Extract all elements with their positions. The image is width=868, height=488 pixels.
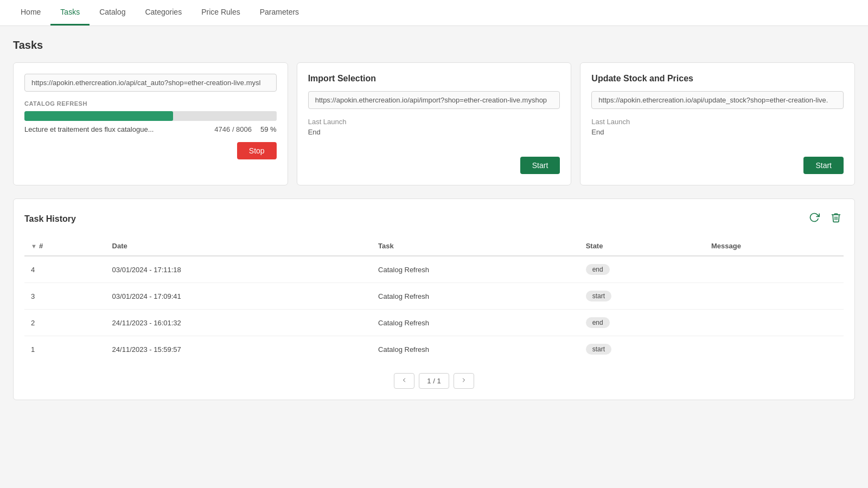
progress-pct: 59 % (260, 125, 277, 133)
th-message: Message (705, 236, 844, 256)
history-header: Task History (24, 210, 844, 228)
update-stock-url[interactable] (591, 91, 844, 109)
state-badge: end (586, 264, 610, 275)
cell-id: 2 (24, 310, 106, 336)
table-row: 2 24/11/2023 - 16:01:32 Catalog Refresh … (24, 310, 844, 336)
state-badge: start (586, 344, 611, 355)
delete-button[interactable] (828, 210, 844, 228)
update-start-btn-container: Start (591, 152, 844, 174)
pagination: 1 / 1 (24, 373, 844, 389)
cell-task: Catalog Refresh (372, 310, 579, 336)
import-start-btn-container: Start (308, 152, 560, 174)
table-row: 4 03/01/2024 - 17:11:18 Catalog Refresh … (24, 256, 844, 283)
prev-page-button[interactable] (394, 373, 414, 389)
cell-task: Catalog Refresh (372, 256, 579, 283)
nav-catalog[interactable]: Catalog (90, 0, 135, 25)
state-badge: end (586, 317, 610, 328)
cell-state: start (579, 336, 705, 363)
cell-message (705, 336, 844, 363)
cell-state: end (579, 310, 705, 336)
cell-state: end (579, 256, 705, 283)
nav-price-rules[interactable]: Price Rules (192, 0, 250, 25)
page-title: Tasks (13, 39, 855, 52)
import-start-button[interactable]: Start (520, 157, 560, 174)
import-selection-url[interactable] (308, 91, 560, 109)
update-last-launch-label: Last Launch (591, 118, 844, 126)
progress-text: Lecture et traitement des flux catalogue… (24, 125, 206, 133)
chevron-left-icon (401, 377, 407, 383)
refresh-icon (809, 212, 820, 223)
progress-bar-background (24, 111, 277, 121)
cell-task: Catalog Refresh (372, 283, 579, 310)
th-task: Task (372, 236, 579, 256)
progress-count: 4746 / 8006 (214, 125, 252, 133)
update-end-label: End (591, 128, 844, 136)
table-row: 1 24/11/2023 - 15:59:57 Catalog Refresh … (24, 336, 844, 363)
cell-date: 24/11/2023 - 16:01:32 (106, 310, 372, 336)
table-header-row: ▼ # Date Task State Message (24, 236, 844, 256)
update-stock-title: Update Stock and Prices (591, 74, 844, 84)
cell-date: 03/01/2024 - 17:09:41 (106, 283, 372, 310)
table-body: 4 03/01/2024 - 17:11:18 Catalog Refresh … (24, 256, 844, 362)
trash-icon (831, 212, 841, 223)
update-stock-card: Update Stock and Prices Last Launch End … (580, 62, 855, 185)
table-row: 3 03/01/2024 - 17:09:41 Catalog Refresh … (24, 283, 844, 310)
import-last-launch-label: Last Launch (308, 118, 560, 126)
navigation: Home Tasks Catalog Categories Price Rule… (0, 0, 868, 26)
th-date: Date (106, 236, 372, 256)
stop-btn-container: Stop (24, 133, 277, 159)
progress-info: Lecture et traitement des flux catalogue… (24, 125, 277, 133)
cell-task: Catalog Refresh (372, 336, 579, 363)
cell-message (705, 310, 844, 336)
catalog-refresh-section-label: CATALOG REFRESH (24, 100, 277, 107)
history-actions (807, 210, 844, 228)
history-title: Task History (24, 214, 76, 224)
chevron-right-icon (461, 377, 467, 383)
nav-home[interactable]: Home (11, 0, 50, 25)
nav-parameters[interactable]: Parameters (250, 0, 309, 25)
cell-state: start (579, 283, 705, 310)
refresh-button[interactable] (807, 210, 822, 228)
sort-icon: ▼ (31, 243, 37, 249)
stop-button[interactable]: Stop (237, 142, 277, 159)
import-end-label: End (308, 128, 560, 136)
catalog-refresh-card: CATALOG REFRESH Lecture et traitement de… (13, 62, 288, 185)
cell-message (705, 256, 844, 283)
state-badge: start (586, 291, 611, 301)
page-info: 1 / 1 (419, 373, 449, 389)
cell-message (705, 283, 844, 310)
cell-id: 4 (24, 256, 106, 283)
page-content: Tasks CATALOG REFRESH Lecture et traitem… (0, 26, 868, 413)
th-num: ▼ # (24, 236, 106, 256)
task-cards-row: CATALOG REFRESH Lecture et traitement de… (13, 62, 855, 185)
update-start-button[interactable]: Start (803, 157, 844, 174)
table-head: ▼ # Date Task State Message (24, 236, 844, 256)
next-page-button[interactable] (454, 373, 474, 389)
progress-bar-fill (24, 111, 173, 121)
import-selection-title: Import Selection (308, 74, 560, 84)
import-selection-card: Import Selection Last Launch End Start (297, 62, 572, 185)
cell-id: 3 (24, 283, 106, 310)
th-state: State (579, 236, 705, 256)
task-history-section: Task History (13, 198, 855, 400)
cell-date: 03/01/2024 - 17:11:18 (106, 256, 372, 283)
cell-date: 24/11/2023 - 15:59:57 (106, 336, 372, 363)
task-history-table: ▼ # Date Task State Message 4 03/01/2024… (24, 236, 844, 362)
catalog-refresh-url[interactable] (24, 74, 277, 92)
nav-tasks[interactable]: Tasks (50, 0, 90, 25)
cell-id: 1 (24, 336, 106, 363)
nav-categories[interactable]: Categories (135, 0, 192, 25)
